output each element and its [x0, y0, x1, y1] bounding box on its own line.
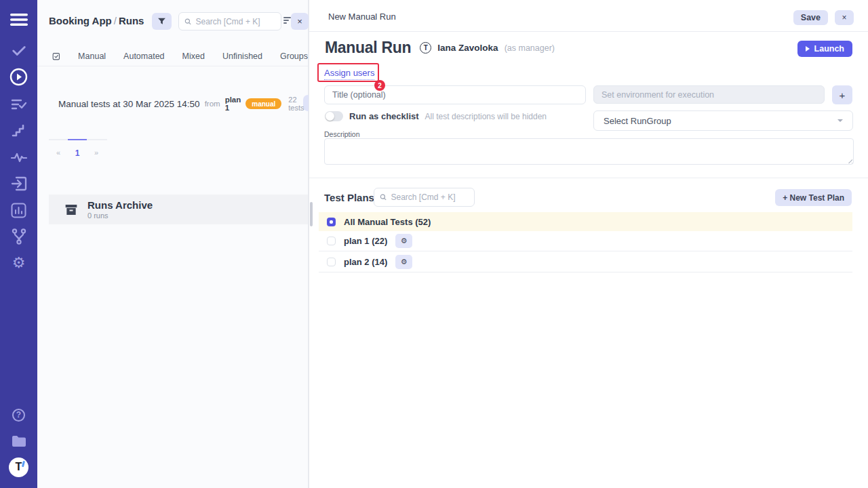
analytics-chart-icon[interactable] [0, 201, 37, 220]
panel-close-button[interactable]: × [291, 13, 309, 30]
archive-count: 0 runs [87, 211, 153, 220]
new-test-plan-button[interactable]: + New Test Plan [775, 189, 852, 206]
import-icon[interactable] [0, 174, 37, 193]
funnel-icon [157, 17, 166, 26]
new-run-topbar: New Manual Run Save × [309, 0, 868, 32]
checkbox-checked[interactable] [327, 218, 336, 226]
pagination-next[interactable]: » [87, 140, 106, 158]
pulse-activity-icon[interactable] [0, 148, 37, 167]
help-glyph: ? [12, 409, 25, 422]
scrollbar-thumb[interactable] [310, 202, 313, 226]
runs-archive-row[interactable]: Runs Archive 0 runs [49, 195, 308, 224]
archive-text: Runs Archive 0 runs [87, 199, 153, 219]
launch-button[interactable]: Launch [797, 41, 852, 57]
save-button[interactable]: Save [793, 10, 828, 25]
milestones-steps-icon[interactable] [0, 121, 37, 140]
runs-search [178, 12, 281, 30]
runs-search-input[interactable] [196, 17, 275, 26]
breadcrumb-project[interactable]: Booking App [49, 15, 112, 26]
help-icon[interactable]: ? [0, 405, 37, 424]
owner-role: (as manager) [505, 43, 555, 53]
environment-input[interactable] [593, 85, 825, 104]
test-plans-search-input[interactable] [391, 192, 469, 202]
checklist-toggle-row: Run as checklist All test descriptions w… [325, 111, 547, 121]
rungroup-value: Select RunGroup [604, 116, 671, 126]
archive-title: Runs Archive [87, 199, 153, 211]
play-icon [806, 46, 810, 52]
plan-settings-button[interactable]: ⚙ [395, 255, 412, 269]
run-as-checklist-toggle[interactable] [325, 111, 343, 121]
branches-icon[interactable] [0, 227, 37, 246]
filter-lines-icon[interactable] [283, 17, 291, 25]
pagination-prev[interactable]: « [49, 140, 68, 158]
runs-panel: Booking App/Runs × Manual Automated Mixe… [37, 0, 309, 488]
breadcrumb: Booking App/Runs [49, 15, 144, 26]
test-plan-label[interactable]: All Manual Tests (52) [344, 217, 431, 227]
description-label: Description [324, 130, 360, 138]
breadcrumb-separator: / [112, 15, 119, 26]
owner-name: Iana Zavoloka [437, 43, 498, 53]
menu-icon[interactable] [0, 10, 37, 29]
runs-tabs: Manual Automated Mixed Unfinished Groups [37, 47, 308, 66]
test-plans-search [374, 188, 475, 207]
add-environment-button[interactable]: + [832, 85, 852, 104]
chevron-down-icon [837, 119, 843, 122]
launch-label: Launch [814, 44, 844, 54]
run-title-input[interactable] [324, 85, 586, 104]
plan-settings-button[interactable]: ⚙ [395, 234, 412, 248]
run-test-count: 22 tests [288, 96, 304, 112]
search-icon [380, 193, 387, 201]
archive-box-icon [64, 203, 78, 216]
icon-sidebar: ⚙ ? T [0, 0, 37, 488]
test-plan-label[interactable]: plan 1 (22) [344, 236, 387, 246]
checkbox-unchecked[interactable] [327, 258, 336, 266]
test-plans-title: Test Plans [324, 192, 374, 203]
annotation-step-badge: 2 [374, 80, 385, 91]
run-plan-link[interactable]: plan 1 [225, 96, 241, 112]
test-plan-row-plan1[interactable]: plan 1 (22) ⚙ [319, 231, 852, 251]
run-from-label: from [205, 100, 220, 108]
owner-avatar: T [420, 42, 431, 54]
app-logo[interactable]: T [0, 458, 37, 476]
close-panel-button[interactable]: × [835, 10, 854, 25]
tab-manual[interactable]: Manual [78, 52, 106, 61]
settings-gear-icon[interactable]: ⚙ [0, 253, 37, 272]
test-plan-row-all[interactable]: All Manual Tests (52) [319, 212, 852, 231]
search-icon [184, 18, 192, 26]
filter-button[interactable] [152, 13, 172, 30]
test-plan-row-plan2[interactable]: plan 2 (14) ⚙ [319, 252, 852, 272]
breadcrumb-page: Runs [119, 15, 144, 26]
tab-mixed[interactable]: Mixed [182, 52, 205, 61]
new-run-panel: New Manual Run Save × Manual Run T Iana … [309, 0, 868, 488]
gear-icon: ⚙ [401, 258, 408, 266]
checklist-label: Run as checklist [349, 111, 419, 121]
run-header: Manual Run T Iana Zavoloka (as manager) [325, 39, 555, 57]
toggle-knob [326, 112, 334, 121]
pagination: « 1 » [49, 139, 107, 158]
runs-panel-header: Booking App/Runs × [37, 0, 308, 42]
pagination-page-1[interactable]: 1 [68, 139, 87, 158]
gear-icon: ⚙ [401, 237, 408, 245]
section-divider [309, 178, 868, 178]
app-root: ⚙ ? T Booking App/Runs × [0, 0, 868, 488]
logo-letter: T [9, 458, 28, 477]
page-title: Manual Run [325, 39, 411, 57]
run-type-badge: manual [245, 98, 281, 109]
tab-unfinished[interactable]: Unfinished [222, 52, 262, 61]
assign-users-link[interactable]: Assign users [324, 68, 374, 80]
tests-check-icon[interactable] [0, 41, 37, 60]
tab-groups[interactable]: Groups [280, 52, 308, 61]
runs-play-icon[interactable] [0, 67, 37, 86]
checklist-hint: All test descriptions will be hidden [425, 112, 547, 121]
tab-automated[interactable]: Automated [123, 52, 164, 61]
description-textarea[interactable] [324, 138, 854, 165]
test-plan-label[interactable]: plan 2 (14) [344, 257, 387, 267]
new-run-title: New Manual Run [328, 12, 396, 22]
run-title: Manual tests at 30 Mar 2025 14:50 [58, 99, 200, 109]
checkbox-unchecked[interactable] [327, 237, 336, 245]
select-all-checkbox-icon[interactable] [52, 51, 60, 62]
projects-folder-icon[interactable] [0, 432, 37, 451]
run-list-item[interactable]: Manual tests at 30 Mar 2025 14:50 from p… [54, 96, 301, 112]
rungroup-select[interactable]: Select RunGroup [593, 110, 853, 131]
results-list-icon[interactable] [0, 95, 37, 114]
